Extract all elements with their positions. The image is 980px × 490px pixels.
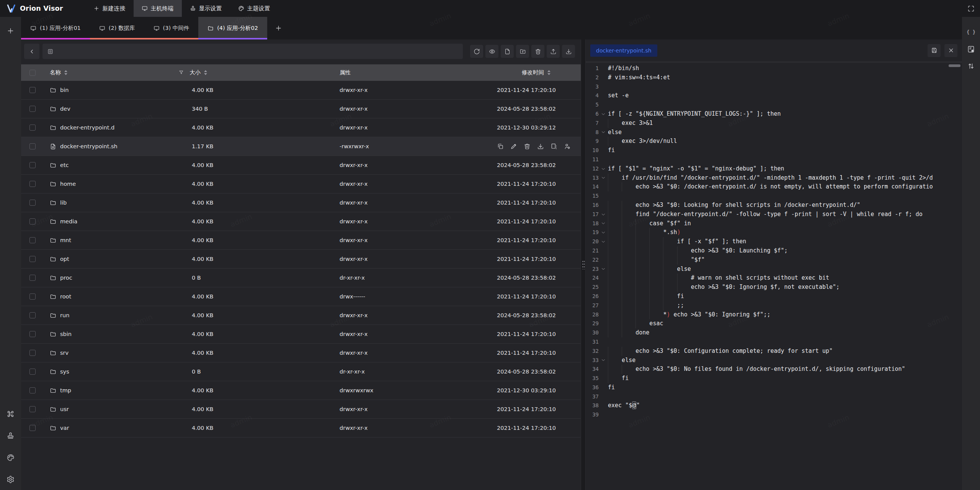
- row-checkbox[interactable]: [29, 312, 36, 318]
- close-editor-button[interactable]: [944, 44, 957, 57]
- row-checkbox[interactable]: [29, 87, 36, 93]
- divider-grip[interactable]: [582, 260, 585, 269]
- sort-size-control[interactable]: [204, 70, 207, 75]
- row-checkbox[interactable]: [29, 256, 36, 262]
- row-checkbox[interactable]: [29, 143, 36, 149]
- filter-icon[interactable]: [178, 70, 184, 75]
- row-checkbox[interactable]: [29, 162, 36, 168]
- copy-path-icon[interactable]: [550, 143, 557, 150]
- sort-name-control[interactable]: [64, 70, 67, 75]
- row-checkbox[interactable]: [29, 293, 36, 300]
- table-row[interactable]: proc0 Bdr-xr-xr-x2024-05-28 23:58:02: [21, 269, 581, 287]
- menu-item-0[interactable]: 新建连接: [85, 0, 134, 17]
- table-row[interactable]: srv4.00 KBdrwxr-xr-x2021-11-24 17:20:10: [21, 344, 581, 362]
- swap-vertical-rail-button[interactable]: [962, 62, 980, 70]
- menu-item-2[interactable]: 显示设置: [182, 0, 230, 17]
- editor-file-tab[interactable]: docker-entrypoint.sh: [590, 44, 657, 57]
- sort-mtime-control[interactable]: [547, 70, 550, 75]
- path-field[interactable]: [57, 48, 458, 54]
- table-row[interactable]: lib4.00 KBdrwxr-xr-x2021-11-24 17:20:10: [21, 193, 581, 212]
- permission-icon[interactable]: [564, 143, 571, 150]
- table-row[interactable]: dev340 Bdrwxr-xr-x2024-05-28 23:58:02: [21, 100, 581, 118]
- download-icon[interactable]: [537, 143, 544, 150]
- fold-icon[interactable]: [599, 164, 608, 174]
- row-checkbox[interactable]: [29, 350, 36, 356]
- settings-rail-button[interactable]: [0, 475, 21, 483]
- save-button[interactable]: [928, 44, 941, 57]
- new-tab-button[interactable]: [267, 17, 289, 39]
- table-row[interactable]: sbin4.00 KBdrwxr-xr-x2021-11-24 17:20:10: [21, 325, 581, 344]
- row-checkbox[interactable]: [29, 218, 36, 225]
- edit-icon[interactable]: [510, 143, 517, 150]
- panel-divider[interactable]: [581, 39, 586, 490]
- refresh-button[interactable]: [470, 45, 483, 58]
- row-checkbox[interactable]: [29, 275, 36, 281]
- fullscreen-button[interactable]: [962, 0, 980, 17]
- row-checkbox[interactable]: [29, 125, 36, 131]
- download-button[interactable]: [562, 45, 575, 58]
- palette-rail-button[interactable]: [0, 454, 21, 462]
- table-row[interactable]: sys0 Bdr-xr-xr-x2024-05-28 23:58:02: [21, 362, 581, 381]
- row-checkbox[interactable]: [29, 387, 36, 393]
- stamp-rail-button[interactable]: [0, 432, 21, 440]
- code-line: 24 # warn on shell scripts without exec …: [586, 274, 962, 283]
- line-number: 27: [586, 301, 599, 310]
- table-row[interactable]: opt4.00 KBdrwxr-xr-x2021-11-24 17:20:10: [21, 250, 581, 269]
- braces-rail-button[interactable]: { }: [962, 28, 980, 36]
- eye-button[interactable]: [485, 45, 498, 58]
- back-button[interactable]: [24, 44, 39, 59]
- command-rail-button[interactable]: [0, 410, 21, 418]
- doc-bookmark-rail-button[interactable]: [962, 45, 980, 53]
- fold-icon[interactable]: [599, 110, 608, 119]
- line-number: 30: [586, 328, 599, 338]
- row-checkbox[interactable]: [29, 369, 36, 375]
- terminal-tab-1[interactable]: (1) 应用-分析01: [21, 17, 90, 39]
- row-checkbox[interactable]: [29, 181, 36, 187]
- new-file-button[interactable]: [501, 45, 514, 58]
- fold-icon[interactable]: [599, 356, 608, 365]
- fold-icon[interactable]: [599, 174, 608, 183]
- file-mtime: 2024-05-28 23:58:02: [494, 312, 581, 318]
- table-row[interactable]: var4.00 KBdrwxr-xr-x2021-11-24 17:20:10: [21, 419, 581, 438]
- new-connection-rail-button[interactable]: [0, 27, 21, 35]
- table-row[interactable]: run4.00 KBdrwxr-xr-x2024-05-28 23:58:02: [21, 306, 581, 325]
- path-list-icon[interactable]: [47, 48, 54, 55]
- terminal-tab-4[interactable]: (4) 应用-分析02: [198, 17, 267, 39]
- select-all-checkbox[interactable]: [29, 70, 36, 76]
- row-checkbox[interactable]: [29, 106, 36, 112]
- table-row[interactable]: docker-entrypoint.d4.00 KBdrwxr-xr-x2021…: [21, 118, 581, 137]
- trash-button[interactable]: [531, 45, 544, 58]
- path-input[interactable]: [42, 44, 463, 59]
- fold-icon[interactable]: [599, 228, 608, 237]
- row-checkbox[interactable]: [29, 237, 36, 243]
- row-checkbox[interactable]: [29, 200, 36, 206]
- table-row[interactable]: usr4.00 KBdrwxr-xr-x2021-11-24 17:20:10: [21, 400, 581, 419]
- code-editor[interactable]: 1#!/bin/sh2# vim:sw=4:ts=4:et34set -e56i…: [586, 61, 962, 490]
- table-row[interactable]: mnt4.00 KBdrwxr-xr-x2021-11-24 17:20:10: [21, 231, 581, 250]
- new-folder-button[interactable]: [516, 45, 529, 58]
- row-checkbox[interactable]: [29, 406, 36, 412]
- fold-icon[interactable]: [599, 219, 608, 228]
- row-checkbox[interactable]: [29, 425, 36, 431]
- folder-icon: [50, 106, 56, 112]
- terminal-tab-2[interactable]: (2) 数据库: [90, 17, 144, 39]
- table-row[interactable]: bin4.00 KBdrwxr-xr-x2021-11-24 17:20:10: [21, 81, 581, 100]
- copy-icon[interactable]: [497, 143, 504, 150]
- line-number: 31: [586, 338, 599, 347]
- table-row[interactable]: tmp4.00 KBdrwxrwxrwx2021-12-30 03:29:10: [21, 381, 581, 400]
- trash-icon[interactable]: [524, 143, 531, 150]
- fold-icon[interactable]: [599, 265, 608, 274]
- upload-button[interactable]: [547, 45, 560, 58]
- table-row[interactable]: docker-entrypoint.sh1.17 KB-rwxrwxr-x: [21, 137, 581, 156]
- table-row[interactable]: root4.00 KBdrwx------2021-11-24 17:20:10: [21, 287, 581, 306]
- fold-icon[interactable]: [599, 237, 608, 246]
- terminal-tab-3[interactable]: (3) 中间件: [144, 17, 199, 39]
- fold-icon[interactable]: [599, 210, 608, 219]
- menu-item-1[interactable]: 主机终端: [134, 0, 182, 17]
- table-row[interactable]: media4.00 KBdrwxr-xr-x2021-11-24 17:20:1…: [21, 212, 581, 231]
- table-row[interactable]: etc4.00 KBdrwxr-xr-x2024-05-28 23:58:02: [21, 156, 581, 175]
- fold-icon[interactable]: [599, 128, 608, 137]
- menu-item-3[interactable]: 主题设置: [230, 0, 278, 17]
- table-row[interactable]: home4.00 KBdrwxr-xr-x2021-11-24 17:20:10: [21, 175, 581, 193]
- row-checkbox[interactable]: [29, 331, 36, 337]
